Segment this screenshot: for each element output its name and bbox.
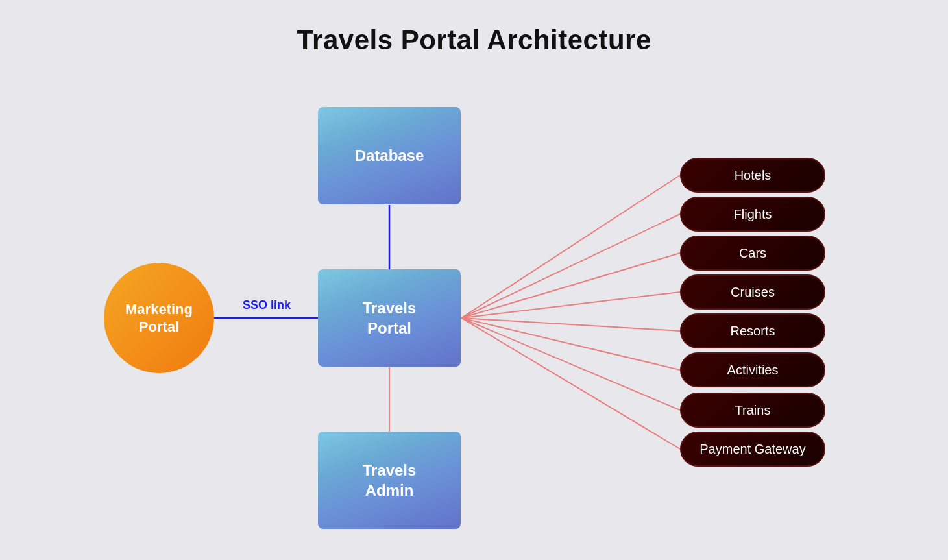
travels-portal-node: Travels Portal — [318, 269, 461, 367]
resorts-label: Resorts — [731, 324, 775, 339]
flights-node: Flights — [680, 197, 825, 232]
cruises-label: Cruises — [731, 285, 775, 300]
svg-line-9 — [461, 318, 680, 410]
payment-gateway-label: Payment Gateway — [699, 442, 805, 457]
cruises-node: Cruises — [680, 274, 825, 310]
svg-line-10 — [461, 318, 680, 449]
database-label: Database — [355, 145, 424, 165]
svg-line-6 — [461, 292, 680, 318]
svg-line-5 — [461, 253, 680, 318]
database-node: Database — [318, 107, 461, 204]
flights-label: Flights — [734, 207, 772, 222]
payment-gateway-node: Payment Gateway — [680, 432, 825, 467]
trains-node: Trains — [680, 393, 825, 428]
activities-node: Activities — [680, 352, 825, 387]
travels-admin-node: Travels Admin — [318, 432, 461, 529]
cars-node: Cars — [680, 236, 825, 271]
marketing-portal-label: Marketing Portal — [125, 300, 193, 336]
diagram-container: Travels Portal Architecture SSO link Mar… — [0, 0, 948, 560]
svg-line-4 — [461, 214, 680, 318]
travels-admin-label: Travels Admin — [363, 460, 417, 500]
travels-portal-label: Travels Portal — [363, 298, 417, 338]
activities-label: Activities — [727, 363, 779, 378]
cars-label: Cars — [739, 246, 766, 261]
hotels-label: Hotels — [735, 168, 772, 183]
svg-line-3 — [461, 175, 680, 318]
svg-line-7 — [461, 318, 680, 331]
svg-line-8 — [461, 318, 680, 370]
resorts-node: Resorts — [680, 313, 825, 348]
sso-link-label: SSO link — [243, 298, 291, 312]
marketing-portal-node: Marketing Portal — [104, 263, 214, 373]
hotels-node: Hotels — [680, 158, 825, 193]
page-title: Travels Portal Architecture — [0, 0, 948, 56]
trains-label: Trains — [735, 403, 771, 418]
